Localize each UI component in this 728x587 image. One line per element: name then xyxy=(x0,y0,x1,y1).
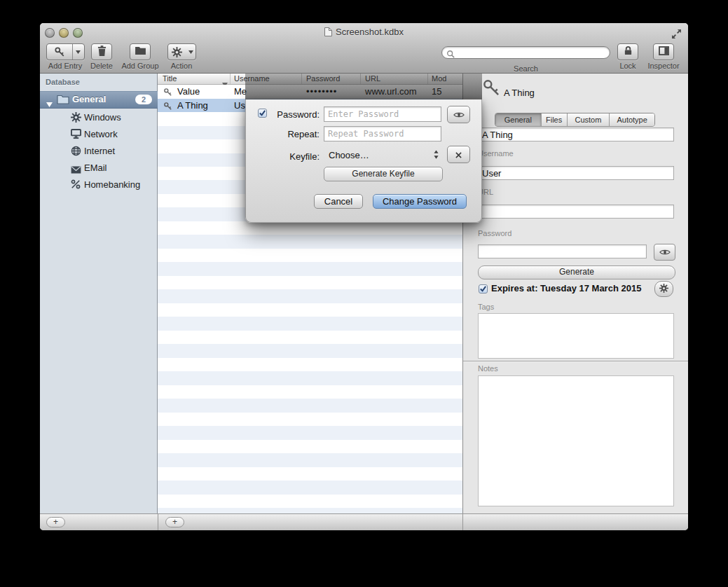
add-group-label: Add Group xyxy=(114,62,167,70)
sheet-password-label: Password: xyxy=(271,109,320,120)
entry-title: Value xyxy=(177,86,200,97)
chevron-down-icon xyxy=(186,44,195,60)
generate-keyfile-button[interactable]: Generate Keyfile xyxy=(324,167,443,181)
check-icon xyxy=(479,283,487,296)
sheet-repeat-input[interactable] xyxy=(324,126,441,141)
app-window: Screenshot.kdbx Add Entry Delete xyxy=(40,23,688,530)
delete-button[interactable] xyxy=(91,43,112,60)
disclosure-triangle-icon[interactable] xyxy=(46,97,53,110)
sheet-reveal-password-button[interactable] xyxy=(447,106,470,123)
column-header-title[interactable]: Title xyxy=(163,74,177,83)
action-button[interactable] xyxy=(167,43,196,60)
window-titlebar: Screenshot.kdbx xyxy=(40,27,688,37)
search-label-wrap: Search xyxy=(441,62,610,74)
inspector-label: Inspector xyxy=(641,62,686,70)
key-icon xyxy=(163,87,172,99)
window-chrome: Screenshot.kdbx Add Entry Delete xyxy=(40,23,688,74)
username-label: Username xyxy=(478,149,514,158)
keyfile-popup[interactable]: Choose… xyxy=(329,150,369,160)
eye-icon xyxy=(659,246,671,258)
set-password-checkbox[interactable] xyxy=(258,109,267,118)
notes-field[interactable] xyxy=(478,375,674,506)
url-field[interactable] xyxy=(478,205,674,219)
popup-stepper-icon[interactable] xyxy=(434,149,439,162)
password-field[interactable] xyxy=(478,244,647,258)
key-icon xyxy=(163,101,172,113)
sidebar-section-header: Database xyxy=(46,78,80,86)
sidebar-item-label: Homebanking xyxy=(84,179,140,190)
tags-field[interactable] xyxy=(478,313,674,359)
clear-keyfile-button[interactable] xyxy=(447,146,470,163)
add-group-button[interactable] xyxy=(130,43,151,60)
sheet-repeat-label: Repeat: xyxy=(271,129,320,139)
search-icon xyxy=(446,48,455,61)
group-count-badge: 2 xyxy=(135,95,152,104)
entry-username: Us xyxy=(234,100,245,111)
sidebar-item-windows[interactable]: Windows xyxy=(40,109,158,126)
sidebar-item-label: Windows xyxy=(84,112,121,123)
check-icon xyxy=(259,107,266,120)
reveal-password-button[interactable] xyxy=(654,244,675,261)
sheet-shadow xyxy=(245,74,482,99)
sheet-keyfile-label: Keyfile: xyxy=(271,151,320,162)
bottom-bar: + + xyxy=(40,513,688,530)
action-toolbar-item: Action xyxy=(162,43,201,60)
inspector-toolbar-item: Inspector xyxy=(641,43,686,60)
sidebar-item-homebanking[interactable]: Homebanking xyxy=(40,177,158,193)
cancel-button[interactable]: Cancel xyxy=(314,194,363,209)
expires-settings-button[interactable] xyxy=(654,281,673,297)
inspector-panel-icon xyxy=(659,46,669,58)
sheet-password-input[interactable] xyxy=(324,106,441,122)
sidebar-item-network[interactable]: Network xyxy=(40,126,158,143)
inspector-divider xyxy=(463,361,688,362)
pane-divider xyxy=(462,514,463,530)
password-label: Password xyxy=(478,229,511,237)
percent-icon xyxy=(71,179,81,192)
sidebar-item-label: EMail xyxy=(84,163,107,173)
sidebar-item-label: Network xyxy=(84,129,118,139)
tab-autotype[interactable]: Autotype xyxy=(609,113,654,126)
lock-icon xyxy=(624,46,633,59)
tab-custom[interactable]: Custom xyxy=(567,113,610,126)
expires-label: Expires at: Tuesday 17 March 2015 xyxy=(491,283,641,294)
add-entry-plus-button[interactable]: + xyxy=(165,517,184,527)
change-password-sheet: Password: Repeat: Keyfile: Choose… Gener… xyxy=(245,99,482,223)
globe-icon xyxy=(71,146,81,159)
fullscreen-icon[interactable] xyxy=(672,29,682,39)
gear-icon xyxy=(168,44,186,60)
key-icon xyxy=(47,44,72,60)
key-icon xyxy=(481,78,501,100)
sidebar-item-email[interactable]: EMail xyxy=(40,160,158,177)
entry-title: A Thing xyxy=(177,100,208,111)
gear-icon xyxy=(71,112,81,125)
expires-checkbox[interactable] xyxy=(479,284,488,294)
sidebar-item-internet[interactable]: Internet xyxy=(40,143,158,160)
generate-password-button[interactable]: Generate xyxy=(478,265,675,279)
title-field[interactable] xyxy=(478,127,674,141)
change-password-button[interactable]: Change Password xyxy=(373,194,467,209)
tab-general[interactable]: General xyxy=(495,113,541,126)
close-icon xyxy=(455,149,462,161)
add-group-plus-button[interactable]: + xyxy=(46,517,65,527)
search-input[interactable] xyxy=(441,46,610,59)
inspector-panel: A Thing General Files Custom Autotype Us… xyxy=(462,74,688,513)
folder-icon xyxy=(135,46,146,58)
sidebar-item-general[interactable]: General 2 xyxy=(40,91,158,109)
window-title: Screenshot.kdbx xyxy=(336,27,404,37)
sidebar-item-label: Internet xyxy=(84,146,115,156)
tags-label: Tags xyxy=(478,303,494,311)
document-icon xyxy=(324,27,332,36)
envelope-icon xyxy=(71,164,81,177)
search-label: Search xyxy=(514,64,538,73)
action-label: Action xyxy=(162,62,201,70)
tab-files[interactable]: Files xyxy=(541,113,567,126)
notes-label: Notes xyxy=(478,364,498,373)
pane-divider xyxy=(158,514,158,530)
username-field[interactable] xyxy=(478,166,674,180)
lock-button[interactable] xyxy=(617,43,638,60)
sidebar: Database General 2 Windows Network Inter… xyxy=(40,74,158,513)
add-entry-button[interactable] xyxy=(46,43,85,60)
display-icon xyxy=(71,129,81,142)
inspector-toggle-button[interactable] xyxy=(653,43,674,60)
group-folder-icon xyxy=(57,95,69,107)
